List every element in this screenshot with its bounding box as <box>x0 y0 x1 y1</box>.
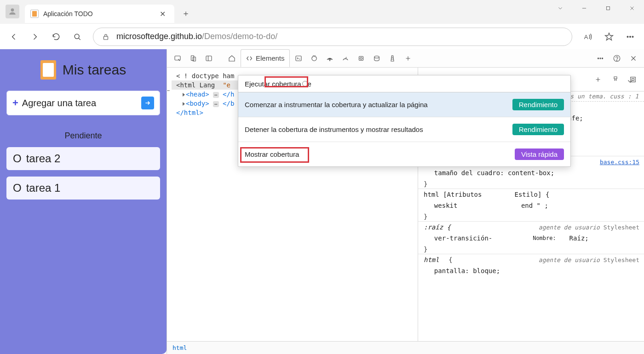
inspect-icon[interactable] <box>171 51 184 65</box>
welcome-tab-icon[interactable] <box>225 51 239 65</box>
devtools-tabbar: Elements <box>167 49 644 68</box>
add-task-input[interactable]: +Agregar una tarea <box>6 91 160 115</box>
memory-tab-icon[interactable] <box>354 51 368 65</box>
devtools-help-icon[interactable] <box>610 51 624 65</box>
new-style-icon[interactable] <box>592 73 604 86</box>
svg-rect-1 <box>607 7 610 10</box>
browser-titlebar: Aplicación TODO ✕ ＋ <box>0 0 644 24</box>
app-header: Mis tareas <box>6 57 160 84</box>
svg-point-16 <box>360 57 362 59</box>
svg-rect-15 <box>359 56 363 60</box>
svg-point-21 <box>616 60 617 60</box>
favorite-button[interactable] <box>600 28 618 46</box>
profile-avatar[interactable] <box>6 5 19 18</box>
svg-rect-3 <box>104 36 108 40</box>
window-controls <box>548 0 644 17</box>
dom-breadcrumb[interactable]: html <box>167 341 644 354</box>
plus-icon: + <box>12 97 18 109</box>
sources-tab-icon[interactable] <box>307 51 321 65</box>
lock-icon <box>102 33 110 41</box>
task-radio[interactable]: O <box>13 152 22 165</box>
tab-close-button[interactable]: ✕ <box>157 8 168 19</box>
tab-favicon <box>30 10 39 18</box>
url-text: microsoftedge.github.io/Demos/demo-to-do… <box>116 32 277 41</box>
command-item[interactable]: Detener la cobertura de instrumentos y m… <box>238 117 570 142</box>
device-icon[interactable] <box>186 51 200 65</box>
performance-tab-icon[interactable] <box>339 51 352 65</box>
svg-point-0 <box>11 8 14 11</box>
nav-search-button[interactable] <box>68 28 86 46</box>
browser-tab[interactable]: Aplicación TODO ✕ <box>25 5 174 23</box>
svg-point-2 <box>75 34 79 39</box>
app-title: Mis tareas <box>63 62 126 78</box>
svg-point-6 <box>630 36 631 37</box>
tab-title: Aplicación TODO <box>43 10 157 17</box>
svg-point-5 <box>627 36 628 37</box>
nav-back-button[interactable] <box>5 28 23 46</box>
more-tabs-button[interactable] <box>401 51 415 65</box>
svg-point-7 <box>632 36 633 37</box>
style-prop[interactable]: pantalla: bloque; <box>418 265 644 276</box>
svg-rect-9 <box>191 56 194 61</box>
svg-point-17 <box>598 57 598 58</box>
svg-point-14 <box>329 60 330 61</box>
new-tab-button[interactable]: ＋ <box>179 6 193 20</box>
lighthouse-tab-icon[interactable] <box>385 51 399 65</box>
style-prop[interactable]: ver-transición- Nombre: Raíz; <box>418 233 644 244</box>
command-item[interactable]: Mostrar cobertura Vista rápida <box>238 142 570 166</box>
dom-overflow-icon[interactable]: ⋯ <box>167 87 170 94</box>
highlight-box <box>240 147 309 163</box>
brush-icon[interactable] <box>609 73 622 86</box>
pending-label: Pendiente <box>6 122 160 141</box>
read-aloud-button[interactable]: A <box>579 28 597 46</box>
more-menu-button[interactable] <box>621 28 639 46</box>
devtools-more-icon[interactable] <box>593 51 607 65</box>
selector-row[interactable]: html {agente de usuario Stylesheet <box>418 254 644 265</box>
devtools-close-icon[interactable] <box>627 51 640 65</box>
elements-tab[interactable]: Elements <box>241 49 290 67</box>
perf-badge: Rendimiento <box>512 124 564 135</box>
window-minimize[interactable] <box>572 0 596 17</box>
address-bar[interactable]: microsoftedge.github.io/Demos/demo-to-do… <box>93 28 572 46</box>
selector-row[interactable]: :raíz {agente de usuario Stylesheet <box>418 222 644 233</box>
source-link[interactable]: base.css:15 <box>600 159 639 166</box>
clipboard-icon <box>40 60 56 80</box>
highlight-box <box>264 76 308 87</box>
svg-text:A: A <box>584 33 588 40</box>
selector-row[interactable]: html [Atributos Estilo] { <box>418 189 644 200</box>
quickview-badge: Vista rápida <box>515 148 564 160</box>
tab-overflow-chevron[interactable] <box>548 0 572 17</box>
command-menu: Ejecutar coberturae Comenzar a instrumen… <box>238 75 571 167</box>
browser-toolbar: microsoftedge.github.io/Demos/demo-to-do… <box>0 24 644 49</box>
console-tab-icon[interactable] <box>292 51 305 65</box>
nav-refresh-button[interactable] <box>47 28 65 46</box>
task-item[interactable]: Otarea 2 <box>6 147 160 170</box>
svg-rect-11 <box>206 56 212 61</box>
perf-badge: Rendimiento <box>512 99 564 110</box>
command-search[interactable]: Ejecutar coberturae <box>238 75 570 92</box>
command-item[interactable]: Comenzar a instrumentar la cobertura y a… <box>238 92 570 117</box>
style-prop[interactable]: tamaño del cuadro: content-box; <box>418 167 644 178</box>
todo-app: Mis tareas +Agregar una tarea Pendiente … <box>0 49 167 354</box>
network-tab-icon[interactable] <box>323 51 337 65</box>
task-radio[interactable]: O <box>13 182 22 194</box>
svg-point-19 <box>602 57 603 58</box>
application-tab-icon[interactable] <box>370 51 384 65</box>
window-close[interactable] <box>620 0 644 17</box>
window-maximize[interactable] <box>596 0 620 17</box>
task-item[interactable]: Otarea 1 <box>6 177 160 200</box>
styles-chevron[interactable] <box>624 75 637 88</box>
add-task-submit[interactable] <box>141 97 154 109</box>
add-task-label: +Agregar una tarea <box>12 97 96 109</box>
nav-forward-button[interactable] <box>26 28 44 46</box>
svg-point-18 <box>600 57 601 58</box>
sidebar-toggle-icon[interactable] <box>202 51 216 65</box>
style-prop[interactable]: weskit end " ; <box>418 200 644 211</box>
svg-rect-8 <box>175 56 180 60</box>
